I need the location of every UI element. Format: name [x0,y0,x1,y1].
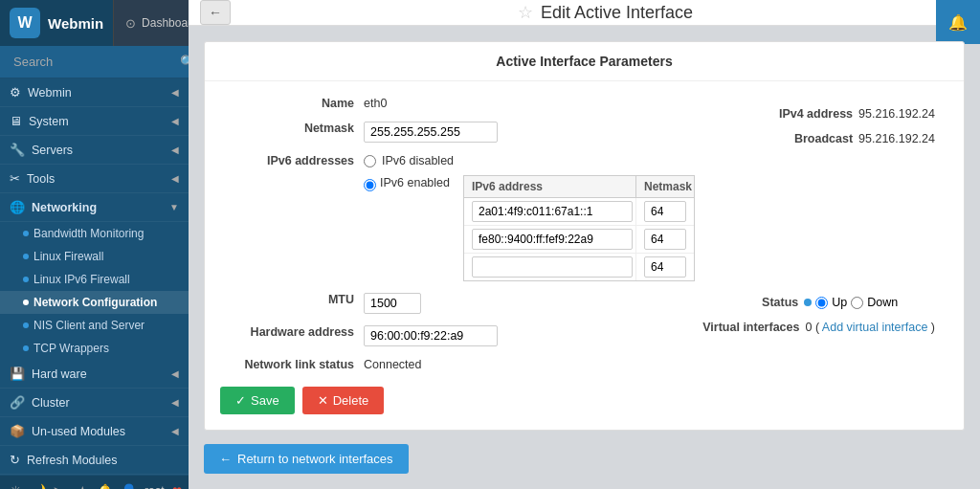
search-icon: 🔍 [180,55,189,69]
topbar: ← ☆ Edit Active Interface 🔔 [189,0,980,26]
ipv6-enabled-row: IPv6 enabled IPv6 address Netmask [364,173,695,281]
network-link-row: Network link status Connected [220,354,948,371]
ipv6-col-address: IPv6 address [464,176,636,197]
broadcast-row: Broadcast 95.216.192.24 [757,132,935,145]
unused-icon: 📦 [10,424,25,438]
ipv6-enabled-radio[interactable] [364,179,376,191]
main-content: ← ☆ Edit Active Interface 🔔 Active Inter… [189,0,980,489]
nis-dot [23,322,29,328]
ipv4-value: 95.216.192.24 [858,107,935,121]
save-button[interactable]: ✓ Save [220,387,295,414]
ipv6-mask-input-3[interactable] [644,256,686,278]
sidebar-tools-label: Tools [27,172,55,186]
favorite-icon[interactable]: ☆ [518,2,533,23]
mtu-input[interactable] [364,293,421,314]
sidebar-item-networking[interactable]: 🌐 Networking ▼ [0,193,189,222]
status-down-radio[interactable] [851,297,863,309]
cluster-icon: 🔗 [10,395,25,410]
network-config-dot [23,300,29,305]
ipv6-row-1 [464,198,694,226]
ipv6-row-3 [464,254,694,280]
ipv6-options: IPv6 disabled IPv6 enabled IPv6 a [364,150,695,281]
status-up-label: Up [832,296,847,309]
notification-button[interactable]: 🔔 [936,0,980,44]
virtual-value: 0 ( Add virtual interface ) [805,321,935,334]
delete-button[interactable]: ✕ Delete [302,387,385,414]
footer-terminal-icon[interactable]: >_ [54,483,69,489]
ipv4-row: IPv4 address 95.216.192.24 [757,107,935,121]
footer-star-icon[interactable]: ★ [77,483,89,489]
ipv6-addr-input-2[interactable] [472,229,633,250]
footer-moon-icon[interactable]: 🌙 [30,483,46,489]
refresh-icon: ↻ [10,453,20,467]
dashboard-button[interactable]: ⊙ Dashboard [113,0,189,46]
hardware-input[interactable] [364,325,498,346]
sidebar-sub-linux-ipv6[interactable]: Linux IPv6 Firewall [0,268,189,291]
tools-icon: ✂ [10,171,20,186]
sidebar-unused-label: Un-used Modules [32,425,125,438]
networking-arrow: ▼ [169,202,179,212]
sidebar-item-refresh[interactable]: ↻ Refresh Modules [0,446,189,475]
return-label: Return to network interfaces [237,452,393,466]
ipv6-addr-input-3[interactable] [472,256,633,278]
sidebar-sub-bandwidth[interactable]: Bandwidth Monitoring [0,222,189,245]
network-config-label: Network Configuration [33,296,157,309]
ipv6-addr-1 [464,198,636,225]
webmin-logo: W [10,8,40,38]
sidebar-sub-tcp[interactable]: TCP Wrappers [0,337,189,360]
status-radio-group: Up Down [804,296,898,309]
ipv6-mask-input-2[interactable] [644,229,686,250]
delete-label: Delete [333,393,369,408]
sidebar-sub-linux-firewall[interactable]: Linux Firewall [0,245,189,268]
sidebar-sub-nis[interactable]: NIS Client and Server [0,314,189,337]
footer-sun-icon[interactable]: ☀ [10,483,22,489]
sidebar-system-label: System [29,115,69,128]
back-button[interactable]: ← [200,0,231,25]
mtu-row: MTU Status Up Dow [220,289,948,314]
sidebar-item-system[interactable]: 🖥 System ◀ [0,107,189,136]
footer-user-icon[interactable]: 👤 [121,483,137,489]
return-arrow-icon: ← [219,452,232,466]
sidebar-item-servers[interactable]: 🔧 Servers ◀ [0,136,189,165]
dashboard-label: Dashboard [142,16,189,30]
footer-heart-icon: ❤ [172,484,182,489]
ipv6-disabled-radio[interactable] [364,155,376,167]
ipv6-table-header: IPv6 address Netmask [464,176,694,198]
netmask-label: Netmask [220,118,364,135]
search-bar: 🔍 [0,46,189,78]
return-button[interactable]: ← Return to network interfaces [204,444,409,474]
sidebar-item-tools[interactable]: ✂ Tools ◀ [0,165,189,193]
linux-ipv6-dot [23,277,29,282]
card-header: Active Interface Parameters [205,42,964,81]
sidebar-sub-network-config[interactable]: Network Configuration [0,291,189,314]
netmask-input[interactable] [364,122,498,143]
name-label: Name [220,93,364,110]
footer-bell-icon[interactable]: 🔔 [97,483,113,489]
add-virtual-link[interactable]: Add virtual interface [822,321,927,334]
sidebar-item-webmin[interactable]: ⚙ Webmin ◀ [0,78,189,107]
webmin-nav-icon: ⚙ [10,85,21,100]
bandwidth-label: Bandwidth Monitoring [33,227,144,240]
ipv6-mask-input-1[interactable] [644,201,686,222]
search-input[interactable] [8,52,180,72]
sidebar-footer: ☀ 🌙 >_ ★ 🔔 👤 root ❤ [0,475,189,489]
ipv6-disabled-row: IPv6 disabled [364,154,695,167]
sidebar-webmin-label: Webmin [28,86,72,100]
sidebar: W Webmin ⊙ Dashboard 🔍 ⚙ Webmin ◀ 🖥 Syst… [0,0,189,489]
sidebar-item-unused[interactable]: 📦 Un-used Modules ◀ [0,417,189,446]
sidebar-hardware-label: Hard ware [32,367,87,381]
ipv6-row: IPv6 addresses IPv6 disabled IPv6 enable… [220,150,948,281]
system-icon: 🖥 [10,114,22,128]
sidebar-item-hardware[interactable]: 💾 Hard ware ◀ [0,360,189,389]
ipv6-addr-input-1[interactable] [472,201,633,222]
status-panel: Status Up Down Virtual interfaces [702,296,935,340]
status-down-label: Down [867,296,898,309]
sidebar-item-cluster[interactable]: 🔗 Cluster ◀ [0,389,189,417]
ipv6-addr-2 [464,226,636,253]
webmin-button[interactable]: W Webmin [0,0,113,46]
ipv6-address-table: IPv6 address Netmask [463,175,695,281]
virtual-count: 0 [805,321,812,334]
unused-arrow: ◀ [171,426,179,436]
ipv6-label: IPv6 addresses [220,150,364,167]
status-up-radio[interactable] [815,297,828,309]
